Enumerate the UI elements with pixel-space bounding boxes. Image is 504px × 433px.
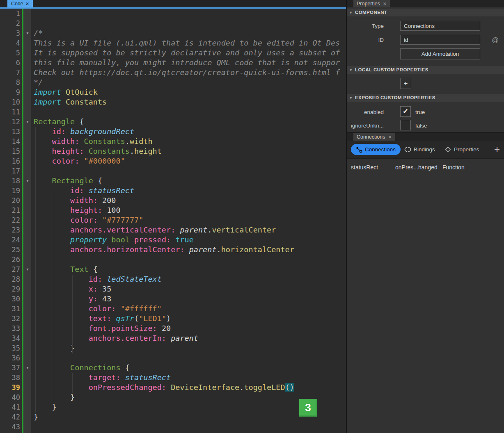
code-line[interactable]: this file manually, you might introduce … bbox=[31, 58, 346, 68]
line-number[interactable]: 35 bbox=[1, 343, 20, 353]
code-line[interactable]: x: 35 bbox=[31, 284, 346, 294]
code-line[interactable]: y: 43 bbox=[31, 294, 346, 304]
code-line[interactable]: color: "#000000" bbox=[31, 156, 346, 166]
line-number[interactable]: 18 bbox=[1, 176, 20, 186]
code-line[interactable] bbox=[31, 107, 346, 117]
line-number[interactable]: 20 bbox=[1, 196, 20, 205]
code-line[interactable] bbox=[31, 9, 346, 18]
code-line[interactable]: width: 200 bbox=[31, 196, 346, 205]
section-component[interactable]: ▼COMPONENT bbox=[347, 9, 504, 16]
code-line[interactable]: This is a UI file (.ui.qml) that is inte… bbox=[31, 38, 346, 48]
line-number[interactable]: 25 bbox=[1, 245, 20, 255]
line-number[interactable]: 3 bbox=[1, 28, 20, 38]
line-number[interactable]: 9 bbox=[1, 87, 20, 97]
close-icon[interactable]: ✕ bbox=[383, 1, 387, 7]
code-line[interactable]: Text { bbox=[31, 264, 346, 274]
line-number[interactable]: 30 bbox=[1, 294, 20, 304]
line-number[interactable]: 13 bbox=[1, 127, 20, 137]
code-line[interactable] bbox=[31, 255, 346, 264]
toolbar-tab-connections[interactable]: Connections bbox=[351, 144, 401, 155]
code-line[interactable]: } bbox=[31, 402, 346, 412]
code-line[interactable]: Check out https://doc.qt.io/qtcreator/cr… bbox=[31, 68, 346, 77]
code-line[interactable]: Connections { bbox=[31, 363, 346, 373]
code-line[interactable]: Rectangle { bbox=[31, 117, 346, 127]
line-number[interactable]: 15 bbox=[1, 146, 20, 156]
code-line[interactable]: import Constants bbox=[31, 97, 346, 107]
section-exposed-custom-properties[interactable]: ▼EXPOSED CUSTOM PROPERTIES bbox=[347, 94, 504, 102]
line-number[interactable]: 2 bbox=[1, 18, 20, 28]
id-input[interactable]: id bbox=[400, 35, 480, 45]
line-number[interactable]: 37 bbox=[1, 363, 20, 373]
add-annotation-button[interactable]: Add Annotation bbox=[400, 48, 480, 59]
code-line[interactable] bbox=[31, 353, 346, 363]
code-line[interactable]: color: "#777777" bbox=[31, 215, 346, 225]
line-number[interactable]: 7 bbox=[1, 68, 20, 77]
line-number[interactable]: 19 bbox=[1, 186, 20, 196]
line-number[interactable]: 4 bbox=[1, 38, 20, 48]
code-line[interactable]: font.pointSize: 20 bbox=[31, 324, 346, 333]
line-number[interactable]: 12 bbox=[1, 117, 20, 127]
line-number[interactable]: 16 bbox=[1, 156, 20, 166]
line-number[interactable]: 26 bbox=[1, 255, 20, 264]
add-connection-button[interactable]: + bbox=[491, 144, 503, 155]
code-line[interactable] bbox=[31, 166, 346, 176]
line-number[interactable]: 40 bbox=[1, 392, 20, 402]
tab-code[interactable]: Code ✕ bbox=[7, 0, 33, 7]
line-number[interactable]: 41 bbox=[1, 402, 20, 412]
fold-marker-icon[interactable]: ▾ bbox=[25, 363, 30, 373]
fold-marker-icon[interactable]: ▾ bbox=[25, 264, 30, 274]
code-line[interactable]: */ bbox=[31, 77, 346, 87]
code-line[interactable]: target: statusRect bbox=[31, 373, 346, 383]
tab-properties[interactable]: Properties ✕ bbox=[353, 0, 390, 7]
code-line[interactable]: anchors.verticalCenter: parent.verticalC… bbox=[31, 225, 346, 235]
code-line[interactable]: width: Constants.width bbox=[31, 137, 346, 146]
line-number[interactable]: 31 bbox=[1, 304, 20, 314]
line-number[interactable]: 42 bbox=[1, 412, 20, 422]
fold-marker-icon[interactable]: ▾ bbox=[25, 28, 30, 38]
line-number[interactable]: 33 bbox=[1, 324, 20, 333]
code-line[interactable]: id: ledStateText bbox=[31, 274, 346, 284]
code-line[interactable]: color: "#ffffff" bbox=[31, 304, 346, 314]
toolbar-tab-properties[interactable]: Properties bbox=[440, 144, 484, 155]
type-input[interactable]: Connections bbox=[400, 21, 480, 31]
line-number[interactable]: 36 bbox=[1, 353, 20, 363]
code-line[interactable]: import QtQuick bbox=[31, 87, 346, 97]
line-number[interactable]: 38 bbox=[1, 373, 20, 383]
line-number[interactable]: 17 bbox=[1, 166, 20, 176]
line-number[interactable]: 11 bbox=[1, 107, 20, 117]
fold-marker-icon[interactable]: ▾ bbox=[25, 117, 30, 127]
line-number[interactable]: 10 bbox=[1, 97, 20, 107]
code-line[interactable]: property bool pressed: true bbox=[31, 235, 346, 245]
connection-row[interactable]: statusRectonPres...hangedFunction bbox=[347, 162, 504, 173]
code-line[interactable]: text: qsTr("LED1") bbox=[31, 314, 346, 324]
line-number[interactable]: 23 bbox=[1, 225, 20, 235]
code-line[interactable]: } bbox=[31, 343, 346, 353]
line-number[interactable]: 32 bbox=[1, 314, 20, 324]
ignore-unknown-checkbox[interactable] bbox=[400, 120, 411, 130]
line-number[interactable]: 43 bbox=[1, 422, 20, 432]
fold-marker-icon[interactable]: ▾ bbox=[25, 176, 30, 186]
annotation-at-icon[interactable]: @ bbox=[492, 36, 499, 44]
code-line[interactable]: id: statusRect bbox=[31, 186, 346, 196]
toolbar-tab-bindings[interactable]: Bindings bbox=[399, 144, 440, 155]
code-area[interactable]: /*This is a UI file (.ui.qml) that is in… bbox=[31, 9, 346, 433]
code-line[interactable]: onPressedChanged: DeviceInterface.toggle… bbox=[31, 383, 346, 392]
line-number[interactable]: 5 bbox=[1, 48, 20, 58]
line-number[interactable]: 39 bbox=[1, 383, 20, 392]
line-number[interactable]: 8 bbox=[1, 77, 20, 87]
line-number[interactable]: 27 bbox=[1, 264, 20, 274]
section-local-custom-properties[interactable]: ▼LOCAL CUSTOM PROPERTIES bbox=[347, 66, 504, 74]
close-icon[interactable]: ✕ bbox=[25, 1, 29, 7]
line-number[interactable]: 22 bbox=[1, 215, 20, 225]
line-number[interactable]: 1 bbox=[1, 9, 20, 18]
code-line[interactable] bbox=[31, 18, 346, 28]
line-number[interactable]: 14 bbox=[1, 137, 20, 146]
code-line[interactable]: height: 100 bbox=[31, 205, 346, 215]
code-line[interactable]: } bbox=[31, 392, 346, 402]
code-line[interactable]: } bbox=[31, 412, 346, 422]
line-number[interactable]: 6 bbox=[1, 58, 20, 68]
code-line[interactable]: height: Constants.height bbox=[31, 146, 346, 156]
close-icon[interactable]: ✕ bbox=[388, 134, 392, 140]
enabled-checkbox[interactable]: ✓ bbox=[400, 106, 411, 117]
code-line[interactable]: anchors.horizontalCenter: parent.horizon… bbox=[31, 245, 346, 255]
